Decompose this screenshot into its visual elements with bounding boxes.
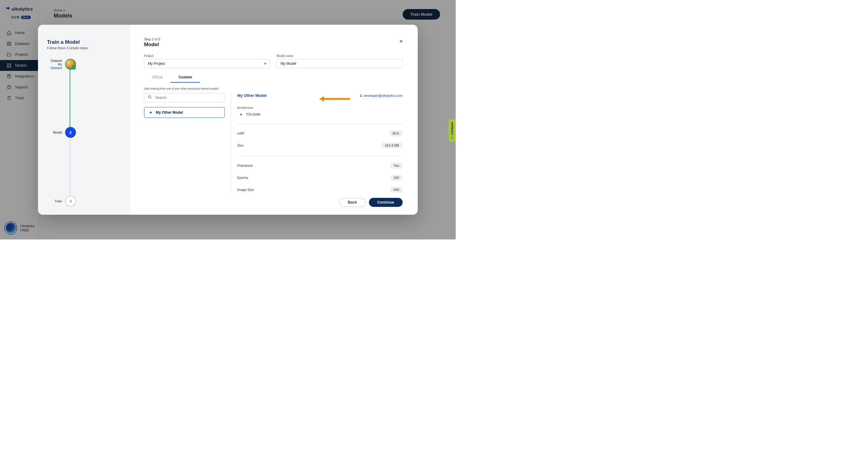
modal-subtitle: Follow these 3 simple steps [47, 46, 121, 50]
continue-button[interactable]: Continue [369, 198, 403, 207]
detail-author: developer@ultralytics.com [360, 94, 403, 97]
bullet-icon [240, 114, 242, 115]
architecture-label: Architecture [237, 106, 403, 110]
search-box [144, 93, 225, 102]
stat-size: Size 161.4 MB [237, 142, 403, 148]
model-name-label: Model name [277, 54, 403, 58]
step-3-node: 3 [65, 196, 76, 207]
user-icon [360, 94, 363, 97]
model-name-input[interactable] [277, 59, 403, 68]
architecture-value: YOLOv8n [237, 113, 403, 116]
svg-point-9 [148, 95, 150, 98]
step-1-node [65, 59, 76, 70]
model-list-column: My Other Model [144, 93, 225, 194]
chevron-down-icon: ▾ [264, 61, 266, 66]
modal-content-panel: Step 2 of 3 Model Project My Project ▾ M… [130, 25, 418, 215]
stat-epochs: Epochs 100 [237, 175, 403, 181]
close-icon [399, 39, 403, 44]
step-train[interactable]: Train 3 [47, 196, 121, 207]
step-indicator: Step 2 of 3 [144, 37, 403, 41]
search-input[interactable] [144, 93, 225, 102]
project-label: Project [144, 54, 270, 58]
step-dataset[interactable]: Dataset My Dataset [47, 59, 121, 70]
content-title: Model [144, 41, 403, 48]
help-text: Start training from one of your other pr… [144, 87, 403, 90]
stepper: Dataset My Dataset Model 2 Train 3 [47, 60, 121, 202]
bullet-icon [150, 112, 152, 113]
train-model-modal: Train a Model Follow these 3 simple step… [38, 25, 418, 215]
feedback-tab[interactable]: Feedback ☺ [448, 119, 456, 142]
modal-title: Train a Model [47, 39, 121, 45]
back-button[interactable]: Back [339, 198, 366, 207]
check-icon [72, 65, 76, 70]
stat-pretrained: Pretrained Yes [237, 163, 403, 169]
svg-point-10 [361, 94, 361, 95]
model-detail-column: My Other Model developer@ultralytics.com… [231, 93, 403, 194]
step-2-node: 2 [65, 127, 76, 138]
stat-map: mAP 89.5 [237, 130, 403, 136]
smile-icon: ☺ [451, 136, 454, 139]
feedback-label: Feedback [451, 122, 454, 135]
close-button[interactable] [399, 38, 403, 45]
modal-footer: Back Continue [144, 194, 403, 207]
modal-stepper-panel: Train a Model Follow these 3 simple step… [38, 25, 130, 215]
model-list-item[interactable]: My Other Model [144, 107, 225, 118]
search-icon [148, 95, 152, 101]
step-model[interactable]: Model 2 [47, 127, 121, 138]
stat-image-size: Image Size 640 [237, 187, 403, 193]
tab-custom[interactable]: Custom [170, 73, 200, 83]
project-select[interactable]: My Project ▾ [144, 59, 270, 68]
model-source-tabs: Official Custom [144, 73, 403, 83]
detail-title: My Other Model [237, 93, 267, 98]
tab-official[interactable]: Official [144, 73, 170, 83]
